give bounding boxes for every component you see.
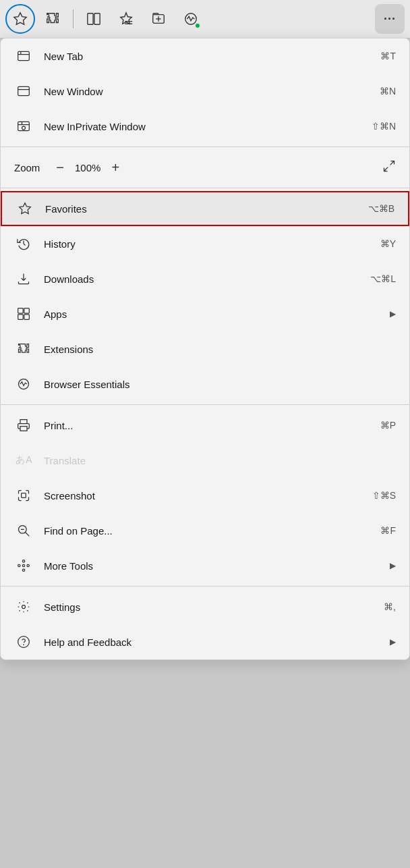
toolbar-separator-1 (73, 9, 74, 28)
zoom-value: 100% (69, 162, 106, 173)
toolbar: ··· (0, 0, 410, 38)
settings-label: Settings (44, 601, 384, 613)
favorites-icon (16, 199, 34, 218)
favorites-toolbar-button[interactable] (5, 4, 35, 34)
ellipsis-icon: ··· (384, 12, 396, 26)
svg-point-30 (22, 564, 24, 566)
svg-line-19 (384, 167, 388, 171)
collections-icon (119, 11, 134, 26)
more-tools-arrow-icon: ▶ (390, 561, 396, 570)
settings-shortcut: ⌘, (384, 601, 396, 612)
svg-rect-25 (20, 427, 27, 431)
svg-line-18 (390, 161, 394, 165)
svg-point-34 (27, 564, 29, 566)
more-tools-icon (14, 556, 33, 575)
menu-item-print[interactable]: Print... ⌘P (1, 408, 409, 443)
star-icon (13, 11, 28, 26)
print-shortcut: ⌘P (380, 420, 396, 431)
svg-rect-23 (18, 315, 24, 320)
menu-item-more-tools[interactable]: More Tools ▶ (1, 548, 409, 583)
menu-item-settings[interactable]: Settings ⌘, (1, 589, 409, 624)
new-tab-shortcut: ⌘T (380, 51, 396, 61)
translate-icon: あ A (14, 451, 33, 470)
menu-item-new-tab[interactable]: New Tab ⌘T (1, 38, 409, 74)
menu-item-history[interactable]: History ⌘Y (1, 226, 409, 261)
find-on-page-shortcut: ⌘F (380, 525, 396, 536)
menu-item-screenshot[interactable]: Screenshot ⇧⌘S (1, 478, 409, 513)
inprivate-icon (14, 117, 33, 136)
add-tab-toolbar-button[interactable] (144, 4, 173, 34)
history-label: History (44, 238, 380, 250)
menu-item-help-feedback[interactable]: Help and Feedback ▶ (1, 624, 409, 659)
essentials-menu-icon (14, 375, 33, 394)
zoom-minus-button[interactable]: − (51, 160, 69, 175)
zoom-label: Zoom (14, 162, 40, 173)
new-window-shortcut: ⌘N (380, 86, 396, 97)
more-toolbar-button[interactable]: ··· (375, 4, 405, 34)
divider-3 (1, 404, 409, 405)
divider-2 (1, 188, 409, 188)
menu-item-find-on-page[interactable]: Find on Page... ⌘F (1, 513, 409, 548)
svg-marker-3 (121, 13, 132, 24)
zoom-row: Zoom − 100% + (1, 150, 409, 185)
find-on-page-label: Find on Page... (44, 525, 380, 537)
menu-item-translate: あ A Translate (1, 443, 409, 478)
zoom-plus-button[interactable]: + (106, 160, 125, 175)
svg-rect-21 (18, 308, 24, 314)
svg-rect-26 (22, 493, 26, 498)
dropdown-menu: New Tab ⌘T New Window ⌘N New InPrivate W… (0, 38, 410, 660)
new-inprivate-label: New InPrivate Window (44, 121, 372, 132)
downloads-icon (14, 269, 33, 288)
svg-marker-0 (14, 13, 26, 24)
menu-item-new-window[interactable]: New Window ⌘N (1, 74, 409, 109)
settings-icon (14, 597, 33, 616)
print-label: Print... (44, 420, 380, 431)
menu-item-new-inprivate[interactable]: New InPrivate Window ⇧⌘N (1, 109, 409, 144)
svg-rect-24 (24, 315, 30, 320)
svg-rect-9 (18, 51, 30, 60)
menu-item-browser-essentials[interactable]: Browser Essentials (1, 367, 409, 402)
favorites-shortcut: ⌥⌘B (368, 203, 394, 214)
menu-item-extensions[interactable]: Extensions (1, 331, 409, 367)
menu-item-favorites[interactable]: Favorites ⌥⌘B (1, 191, 409, 226)
svg-point-35 (22, 605, 26, 609)
extensions-menu-icon (14, 340, 33, 358)
new-window-label: New Window (44, 86, 380, 97)
menu-item-downloads[interactable]: Downloads ⌥⌘L (1, 261, 409, 296)
apps-label: Apps (44, 308, 384, 320)
svg-point-16 (22, 126, 26, 130)
screenshot-icon (14, 486, 33, 505)
divider-4 (1, 586, 409, 587)
extensions-label: Extensions (44, 344, 396, 355)
browser-essentials-toolbar-button[interactable] (176, 4, 206, 34)
translate-label: Translate (44, 455, 396, 466)
svg-point-33 (18, 564, 20, 566)
history-icon (14, 234, 33, 253)
apps-icon (14, 304, 33, 323)
screenshot-shortcut: ⇧⌘S (372, 490, 396, 501)
split-screen-toolbar-button[interactable] (79, 4, 109, 34)
split-screen-icon (86, 11, 101, 26)
history-shortcut: ⌘Y (380, 238, 396, 249)
extensions-toolbar-button[interactable] (38, 4, 67, 34)
zoom-expand-button[interactable] (382, 159, 396, 176)
puzzle-icon (45, 11, 60, 26)
new-tab-label: New Tab (44, 51, 380, 62)
find-icon (14, 521, 33, 540)
browser-essentials-label: Browser Essentials (44, 379, 396, 390)
svg-marker-20 (20, 203, 31, 214)
svg-rect-12 (18, 86, 30, 95)
collections-toolbar-button[interactable] (111, 4, 141, 34)
svg-point-36 (18, 636, 30, 648)
more-tools-label: More Tools (44, 560, 384, 572)
svg-point-32 (22, 569, 24, 571)
downloads-label: Downloads (44, 273, 370, 285)
add-tab-icon (151, 11, 166, 26)
green-status-dot (195, 23, 200, 28)
screenshot-label: Screenshot (44, 490, 372, 501)
apps-arrow-icon: ▶ (390, 309, 396, 319)
menu-item-apps[interactable]: Apps ▶ (1, 296, 409, 331)
downloads-shortcut: ⌥⌘L (370, 273, 396, 284)
favorites-label: Favorites (45, 203, 368, 215)
new-tab-icon (14, 47, 33, 65)
